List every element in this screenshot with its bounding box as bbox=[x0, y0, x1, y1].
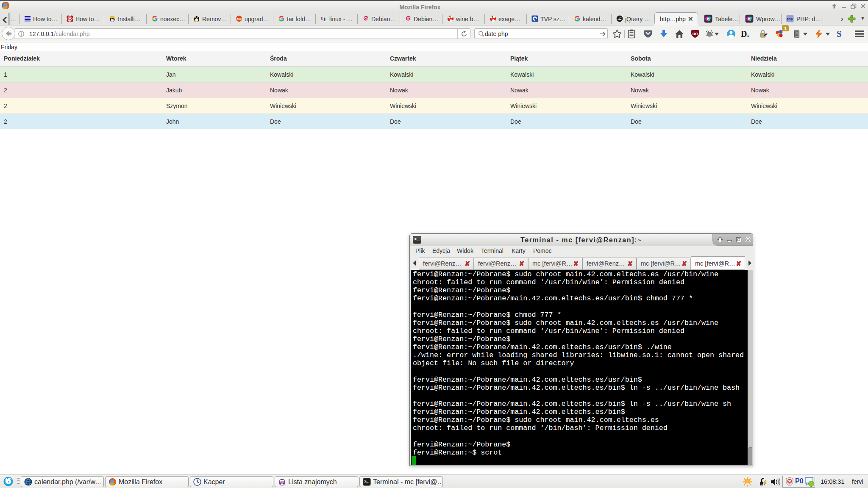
svg-text:ask: ask bbox=[236, 17, 242, 20]
svg-text:B: B bbox=[68, 16, 72, 22]
svg-text:UO: UO bbox=[693, 32, 698, 36]
svg-text:php: php bbox=[787, 17, 793, 21]
svg-text:L: L bbox=[324, 16, 327, 22]
